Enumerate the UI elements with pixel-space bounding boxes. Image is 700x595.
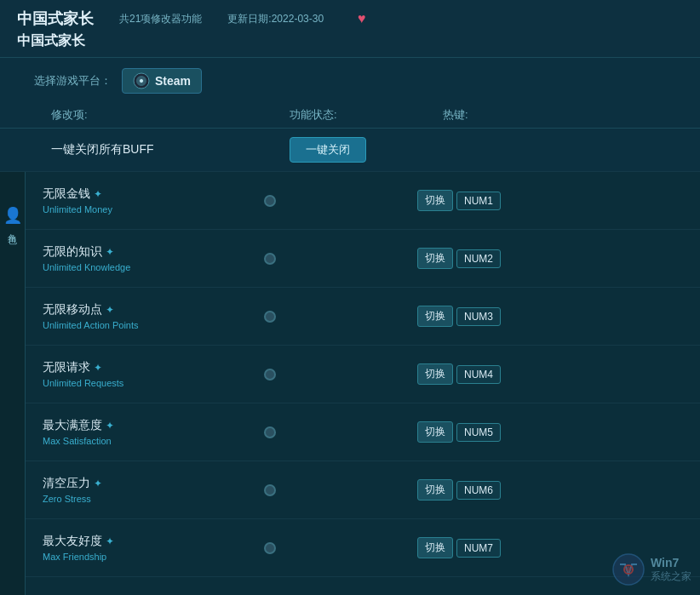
star-icon: ✦ — [94, 188, 102, 200]
status-dot-1[interactable] — [264, 253, 276, 265]
item-name-en-6: Max Friendship — [43, 552, 255, 562]
item-name-en-3: Unlimited Requests — [43, 378, 255, 388]
item-name-col-3: 无限请求✦ Unlimited Requests — [43, 360, 264, 388]
watermark-text2: 系统之家 — [651, 569, 691, 584]
status-dot-6[interactable] — [264, 542, 276, 554]
hotkey-action-btn-6[interactable]: 切换 — [417, 537, 453, 558]
item-status-col-2 — [264, 311, 417, 323]
item-name-zh-2: 无限移动点✦ — [43, 302, 255, 318]
platform-section: 选择游戏平台： Steam — [0, 58, 700, 100]
status-dot-0[interactable] — [264, 195, 276, 207]
item-name-zh-0: 无限金钱✦ — [43, 186, 255, 202]
onekey-button[interactable]: 一键关闭 — [290, 137, 366, 163]
item-name-zh-5: 清空压力✦ — [43, 476, 255, 491]
item-hotkey-col-4: 切换 NUM5 — [417, 421, 683, 443]
onekey-row: 一键关闭所有BUFF 一键关闭 — [0, 129, 700, 172]
main-container: 中国式家长 共21项修改器功能 更新日期:2022-03-30 ♥ 中国式家长 … — [0, 0, 700, 595]
hotkey-key-3: NUM4 — [456, 365, 501, 384]
star-icon: ✦ — [94, 478, 102, 489]
hotkey-action-btn-3[interactable]: 切换 — [417, 363, 453, 385]
star-icon: ✦ — [106, 535, 114, 547]
content-area: 👤 角色 无限金钱✦ Unlimited Money 切换 NUM1 无限的 — [0, 172, 700, 595]
platform-label: 选择游戏平台： — [34, 73, 112, 89]
status-dot-2[interactable] — [264, 311, 276, 323]
item-name-col-1: 无限的知识✦ Unlimited Knowledge — [43, 244, 264, 272]
table-row: 无限金钱✦ Unlimited Money 切换 NUM1 — [26, 172, 700, 230]
game-title-1: 中国式家长 — [17, 9, 94, 29]
hotkey-key-6: NUM7 — [456, 539, 501, 558]
item-name-col-6: 最大友好度✦ Max Friendship — [43, 534, 264, 562]
watermark-logo — [611, 552, 645, 586]
col-header-hotkey: 热键: — [443, 107, 666, 123]
item-name-en-2: Unlimited Action Points — [43, 320, 255, 330]
table-row: 最大友好度✦ Max Friendship 切换 NUM7 — [26, 519, 700, 577]
table-row: 清空压力✦ Zero Stress 切换 NUM6 — [26, 461, 700, 519]
sidebar-label: 角色 — [6, 226, 19, 230]
status-dot-3[interactable] — [264, 369, 276, 380]
table-row: 无限的知识✦ Unlimited Knowledge 切换 NUM2 — [26, 230, 700, 288]
person-icon: 👤 — [3, 206, 22, 225]
table-row: 无限移动点✦ Unlimited Action Points 切换 NUM3 — [26, 288, 700, 346]
item-hotkey-col-1: 切换 NUM2 — [417, 248, 683, 269]
table-row: 最大满意度✦ Max Satisfaction 切换 NUM5 — [26, 403, 700, 461]
hotkey-key-4: NUM5 — [456, 423, 501, 442]
item-name-col-2: 无限移动点✦ Unlimited Action Points — [43, 302, 264, 330]
steam-platform-button[interactable]: Steam — [122, 68, 202, 94]
watermark-text-container: Win7 系统之家 — [651, 556, 691, 584]
item-status-col-4 — [264, 426, 417, 438]
star-icon: ✦ — [106, 246, 114, 258]
sidebar: 👤 角色 — [0, 172, 26, 595]
item-name-col-5: 清空压力✦ Zero Stress — [43, 476, 264, 504]
status-dot-5[interactable] — [264, 484, 276, 496]
table-row: 无限请求✦ Unlimited Requests 切换 NUM4 — [26, 346, 700, 403]
col-header-status: 功能状态: — [290, 107, 443, 123]
item-hotkey-col-2: 切换 NUM3 — [417, 306, 683, 327]
hotkey-key-5: NUM6 — [456, 481, 501, 500]
item-name-zh-4: 最大满意度✦ — [43, 418, 255, 433]
steam-icon — [133, 72, 150, 89]
items-list: 无限金钱✦ Unlimited Money 切换 NUM1 无限的知识✦ Unl… — [26, 172, 700, 595]
item-status-col-6 — [264, 542, 417, 554]
col-header-name: 修改项: — [51, 107, 290, 123]
item-hotkey-col-0: 切换 NUM1 — [417, 190, 683, 211]
update-date: 更新日期:2022-03-30 — [227, 12, 324, 26]
item-name-zh-6: 最大友好度✦ — [43, 534, 255, 549]
item-name-col-0: 无限金钱✦ Unlimited Money — [43, 186, 264, 215]
item-name-en-0: Unlimited Money — [43, 204, 255, 215]
feature-count: 共21项修改器功能 — [119, 12, 202, 26]
star-icon: ✦ — [94, 362, 102, 374]
item-status-col-1 — [264, 253, 417, 265]
hotkey-action-btn-0[interactable]: 切换 — [417, 190, 453, 211]
status-dot-4[interactable] — [264, 426, 276, 438]
hotkey-key-0: NUM1 — [456, 192, 501, 210]
item-status-col-3 — [264, 369, 417, 380]
hotkey-key-1: NUM2 — [456, 249, 501, 268]
item-name-en-4: Max Satisfaction — [43, 436, 255, 446]
star-icon: ✦ — [106, 304, 114, 316]
watermark: Win7 系统之家 — [611, 552, 691, 586]
table-header: 修改项: 功能状态: 热键: — [0, 100, 700, 129]
platform-button-label: Steam — [155, 74, 191, 88]
item-name-en-5: Zero Stress — [43, 494, 255, 504]
item-hotkey-col-3: 切换 NUM4 — [417, 363, 683, 385]
item-name-en-1: Unlimited Knowledge — [43, 262, 255, 272]
hotkey-key-2: NUM3 — [456, 307, 501, 326]
svg-point-1 — [140, 79, 143, 83]
header: 中国式家长 共21项修改器功能 更新日期:2022-03-30 ♥ 中国式家长 — [0, 0, 700, 58]
item-name-zh-1: 无限的知识✦ — [43, 244, 255, 260]
onekey-label: 一键关闭所有BUFF — [51, 142, 290, 157]
item-status-col-0 — [264, 195, 417, 207]
item-name-col-4: 最大满意度✦ Max Satisfaction — [43, 418, 264, 446]
watermark-text1: Win7 — [651, 556, 691, 569]
hotkey-action-btn-4[interactable]: 切换 — [417, 421, 453, 443]
hotkey-action-btn-1[interactable]: 切换 — [417, 248, 453, 269]
item-status-col-5 — [264, 484, 417, 496]
star-icon: ✦ — [106, 420, 114, 432]
item-hotkey-col-5: 切换 NUM6 — [417, 479, 683, 501]
heart-icon[interactable]: ♥ — [358, 11, 366, 26]
item-name-zh-3: 无限请求✦ — [43, 360, 255, 375]
game-title-2: 中国式家长 — [17, 33, 85, 48]
hotkey-action-btn-2[interactable]: 切换 — [417, 306, 453, 327]
hotkey-action-btn-5[interactable]: 切换 — [417, 479, 453, 501]
